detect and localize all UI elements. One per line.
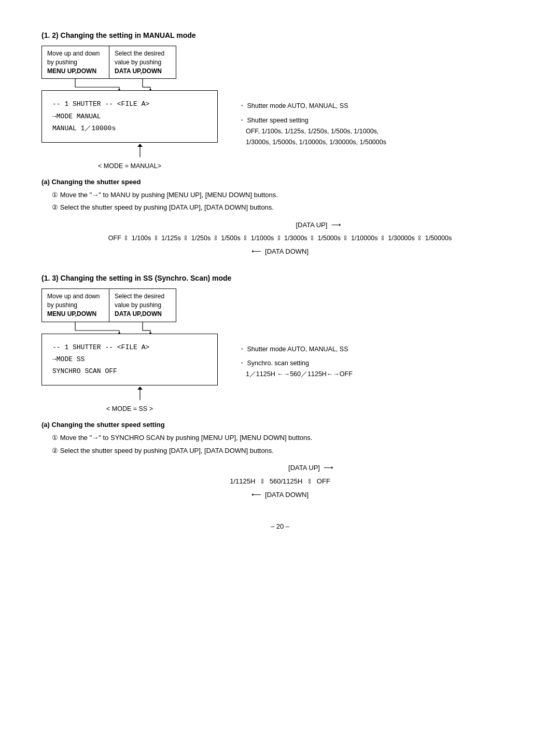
screen-line2-1: →MODE MANUAL <box>52 111 207 122</box>
mode-label-2: < MODE = SS > <box>41 405 218 412</box>
side-note-1-0: Shutter mode AUTO, MANUAL, SS <box>239 101 386 112</box>
side-note-2-0: Shutter mode AUTO, MANUAL, SS <box>239 344 353 355</box>
screen-line1-1: -- 1 SHUTTER -- <FILE A> <box>52 98 207 110</box>
data-up-down-label-1: Select the desired value by pushing DATA… <box>109 46 176 79</box>
data-up-row-1: [DATA UP] ⟶ <box>41 218 519 232</box>
side-note-1-1: Shutter speed setting OFF, 1/100s, 1/125… <box>239 115 386 148</box>
arrow-ss <box>41 385 218 401</box>
screen-line3-2: SYNCHRO SCAN OFF <box>52 365 207 377</box>
instruction-list-2: Move the "→" to SYNCHRO SCAN by pushing … <box>52 433 519 457</box>
sub-a-title-2: (a) Changing the shutter speed setting <box>41 421 519 429</box>
flow-values-1: OFF ⯼ 1/100s ⯼ 1/125s ⯼ 1/250s ⯼ 1/500s … <box>41 232 519 245</box>
mode-label-1: < MODE = MANUAL> <box>41 162 218 170</box>
section-1-2-diagram: Move up and down by pushing MENU UP,DOWN… <box>41 46 519 170</box>
section-1-3-title: (1. 3) Changing the setting in SS (Synch… <box>41 274 519 282</box>
instruction-list-1: Move the "→" to MANU by pushing [MENU UP… <box>52 190 519 214</box>
step-2-1: Move the "→" to SYNCHRO SCAN by pushing … <box>52 433 519 444</box>
screen-line1-2: -- 1 SHUTTER -- <FILE A> <box>52 341 207 353</box>
section-1-3-diagram: Move up and down by pushing MENU UP,DOWN… <box>41 288 519 412</box>
connector-svg-2 <box>41 322 176 334</box>
arrow-manual <box>41 143 218 158</box>
data-flow-2: [DATA UP] ⟶ 1/1125H ⯼ 560/1125H ⯼ OFF ⟵ … <box>41 461 519 502</box>
section-1-2-title: (1. 2) Changing the setting in MANUAL mo… <box>41 31 519 39</box>
data-up-down-label-2: Select the desired value by pushing DATA… <box>109 288 176 322</box>
screen-box-1: -- 1 SHUTTER -- <FILE A> →MODE MANUAL MA… <box>41 90 218 142</box>
side-note-2-1: Synchro. scan setting 1／1125H ←→560／1125… <box>239 358 353 380</box>
step-1-2: Select the shutter speed by pushing [DAT… <box>52 202 519 213</box>
side-notes-1: Shutter mode AUTO, MANUAL, SS Shutter sp… <box>239 101 386 151</box>
svg-marker-18 <box>137 387 143 390</box>
flow-values-2: 1/1125H ⯼ 560/1125H ⯼ OFF <box>41 475 519 488</box>
side-notes-2: Shutter mode AUTO, MANUAL, SS Synchro. s… <box>239 344 353 383</box>
screen-box-2: -- 1 SHUTTER -- <FILE A> →MODE SS SYNCHR… <box>41 334 218 385</box>
top-boxes-row-2: Move up and down by pushing MENU UP,DOWN… <box>41 288 176 322</box>
connector-svg-1 <box>41 79 176 90</box>
top-boxes-row-1: Move up and down by pushing MENU UP,DOWN… <box>41 46 176 79</box>
data-down-row-1: ⟵ [DATA DOWN] <box>41 245 519 258</box>
screen-and-notes-1: -- 1 SHUTTER -- <FILE A> →MODE MANUAL MA… <box>41 90 386 169</box>
menu-up-down-label-1: Move up and down by pushing MENU UP,DOWN <box>41 46 109 79</box>
screen-left-1: -- 1 SHUTTER -- <FILE A> →MODE MANUAL MA… <box>41 90 218 169</box>
page-number: – 20 – <box>41 522 519 530</box>
data-up-row-2: [DATA UP] ⟶ <box>41 461 519 475</box>
diagram-1-3-wrapper: Move up and down by pushing MENU UP,DOWN… <box>41 288 353 412</box>
data-flow-1: [DATA UP] ⟶ OFF ⯼ 1/100s ⯼ 1/125s ⯼ 1/25… <box>41 218 519 258</box>
screen-line2-2: →MODE SS <box>52 353 207 365</box>
screen-line3-1: MANUAL 1／10000s <box>52 122 207 134</box>
section-1-3: (1. 3) Changing the setting in SS (Synch… <box>41 274 519 502</box>
diagram-1-2-wrapper: Move up and down by pushing MENU UP,DOWN… <box>41 46 386 170</box>
screen-left-2: -- 1 SHUTTER -- <FILE A> →MODE SS SYNCHR… <box>41 334 218 412</box>
step-2-2: Select the shutter speed by pushing [DAT… <box>52 446 519 457</box>
page-content: (1. 2) Changing the setting in MANUAL mo… <box>41 31 519 530</box>
data-down-row-2: ⟵ [DATA DOWN] <box>41 488 519 502</box>
section-1-2: (1. 2) Changing the setting in MANUAL mo… <box>41 31 519 258</box>
screen-and-notes-2: -- 1 SHUTTER -- <FILE A> →MODE SS SYNCHR… <box>41 334 353 412</box>
sub-a-title-1: (a) Changing the shutter speed <box>41 178 519 186</box>
step-1-1: Move the "→" to MANU by pushing [MENU UP… <box>52 190 519 201</box>
menu-up-down-label-2: Move up and down by pushing MENU UP,DOWN <box>41 288 109 322</box>
svg-marker-8 <box>137 144 143 147</box>
